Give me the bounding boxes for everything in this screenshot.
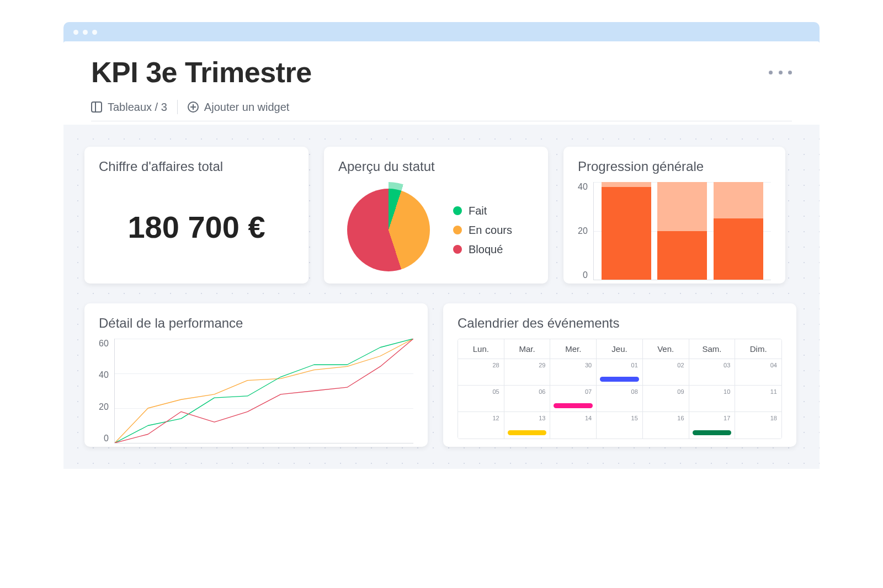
calendar-date: 12 (492, 415, 499, 421)
calendar-cell[interactable]: 07 (550, 386, 597, 412)
calendar-cell[interactable]: 09 (643, 386, 689, 412)
calendar-date: 13 (539, 415, 545, 421)
legend-color-dot (453, 206, 462, 215)
calendar-day-header: Mar. (504, 339, 551, 359)
status-pie-chart (341, 182, 437, 278)
calendar-date: 06 (539, 388, 545, 395)
calendar-day-header: Mer. (550, 339, 597, 359)
calendar-cell[interactable]: 16 (643, 412, 689, 439)
calendar-cell[interactable]: 29 (504, 359, 551, 386)
calendar-cell[interactable]: 14 (550, 412, 597, 439)
calendar-cell[interactable]: 17 (689, 412, 736, 439)
calendar-date: 01 (631, 362, 638, 368)
legend-item: En cours (453, 224, 512, 237)
window-dots (63, 28, 820, 41)
calendar-cell[interactable]: 12 (458, 412, 504, 439)
boards-label: Tableaux / 3 (108, 101, 167, 114)
calendar-cell[interactable]: 28 (458, 359, 504, 386)
widget-calendar[interactable]: Calendrier des événements Lun.Mar.Mer.Je… (443, 303, 796, 447)
boards-icon (91, 101, 102, 113)
calendar-cell[interactable]: 05 (458, 386, 504, 412)
calendar-cell[interactable]: 02 (643, 359, 689, 386)
axis-tick: 0 (583, 270, 588, 280)
calendar-date: 04 (770, 362, 777, 368)
add-widget-button[interactable]: Ajouter un widget (188, 101, 290, 114)
calendar-date: 15 (631, 415, 638, 421)
line-series (115, 339, 413, 443)
widget-title: Aperçu du statut (338, 159, 534, 174)
calendar-day-header: Jeu. (597, 339, 643, 359)
bar-column (714, 182, 763, 280)
calendar-date: 29 (539, 362, 545, 368)
calendar-event[interactable] (693, 430, 732, 435)
calendar-date: 18 (770, 415, 777, 421)
calendar-date: 09 (677, 388, 684, 395)
calendar-date: 11 (770, 388, 777, 395)
widget-title: Chiffre d'affaires total (99, 159, 294, 174)
divider (177, 100, 178, 114)
calendar-event[interactable] (508, 430, 547, 435)
revenue-value: 180 700 € (99, 209, 294, 245)
widget-title: Calendrier des événements (458, 316, 782, 331)
line-series (115, 339, 413, 443)
calendar-cell[interactable]: 15 (597, 412, 643, 439)
calendar-date: 02 (677, 362, 684, 368)
calendar-cell[interactable]: 13 (504, 412, 551, 439)
widget-status[interactable]: Aperçu du statut FaitEn coursBloqué (324, 147, 548, 284)
calendar-date: 17 (724, 415, 730, 421)
legend-item: Bloqué (453, 243, 512, 256)
calendar-cell[interactable]: 03 (689, 359, 736, 386)
legend-color-dot (453, 226, 462, 234)
browser-frame: KPI 3e Trimestre Tableaux / 3 Ajouter un… (63, 22, 820, 469)
calendar-cell[interactable]: 30 (550, 359, 597, 386)
calendar-cell[interactable]: 08 (597, 386, 643, 412)
bar-column (657, 182, 707, 280)
calendar-date: 14 (585, 415, 592, 421)
calendar-date: 30 (585, 362, 592, 368)
legend-item: Fait (453, 205, 512, 217)
page-title: KPI 3e Trimestre (91, 56, 312, 89)
more-menu-icon[interactable] (769, 71, 792, 74)
calendar-date: 28 (492, 362, 499, 368)
axis-tick: 40 (578, 182, 588, 192)
calendar-cell[interactable]: 01 (597, 359, 643, 386)
widget-performance[interactable]: Détail de la performance 60 40 20 0 (84, 303, 428, 447)
dashboard-canvas: Chiffre d'affaires total 180 700 € Aperç… (63, 125, 820, 469)
calendar-cell[interactable]: 04 (735, 359, 781, 386)
calendar-event[interactable] (600, 377, 639, 382)
add-widget-label: Ajouter un widget (204, 101, 290, 114)
axis-tick: 20 (578, 226, 588, 236)
plus-circle-icon (188, 101, 199, 113)
calendar-date: 05 (492, 388, 499, 395)
axis-tick: 20 (99, 402, 109, 412)
legend-label: Fait (469, 205, 487, 217)
line-series (115, 339, 413, 443)
calendar-date: 07 (585, 388, 592, 395)
calendar-date: 10 (724, 388, 730, 395)
calendar-day-header: Ven. (643, 339, 689, 359)
boards-selector[interactable]: Tableaux / 3 (91, 101, 167, 114)
calendar-date: 03 (724, 362, 730, 368)
widget-title: Progression générale (578, 159, 771, 174)
calendar-day-header: Sam. (689, 339, 736, 359)
calendar-event[interactable] (554, 403, 593, 408)
status-legend: FaitEn coursBloqué (453, 205, 512, 256)
calendar-cell[interactable]: 11 (735, 386, 781, 412)
progress-bar-chart (593, 182, 771, 280)
performance-line-chart (114, 339, 413, 443)
calendar-day-header: Dim. (735, 339, 781, 359)
calendar-cell[interactable]: 18 (735, 412, 781, 439)
widget-revenue[interactable]: Chiffre d'affaires total 180 700 € (84, 147, 308, 284)
widget-title: Détail de la performance (99, 316, 413, 331)
legend-label: Bloqué (469, 243, 503, 256)
calendar-day-header: Lun. (458, 339, 504, 359)
axis-tick: 40 (99, 370, 109, 380)
calendar-cell[interactable]: 06 (504, 386, 551, 412)
calendar-grid: Lun.Mar.Mer.Jeu.Ven.Sam.Dim.282930010203… (458, 339, 782, 439)
legend-label: En cours (469, 224, 512, 237)
widget-progress[interactable]: Progression générale 40 20 0 (563, 147, 785, 284)
legend-color-dot (453, 245, 462, 254)
calendar-cell[interactable]: 10 (689, 386, 736, 412)
bar-column (602, 182, 651, 280)
calendar-date: 08 (631, 388, 638, 395)
